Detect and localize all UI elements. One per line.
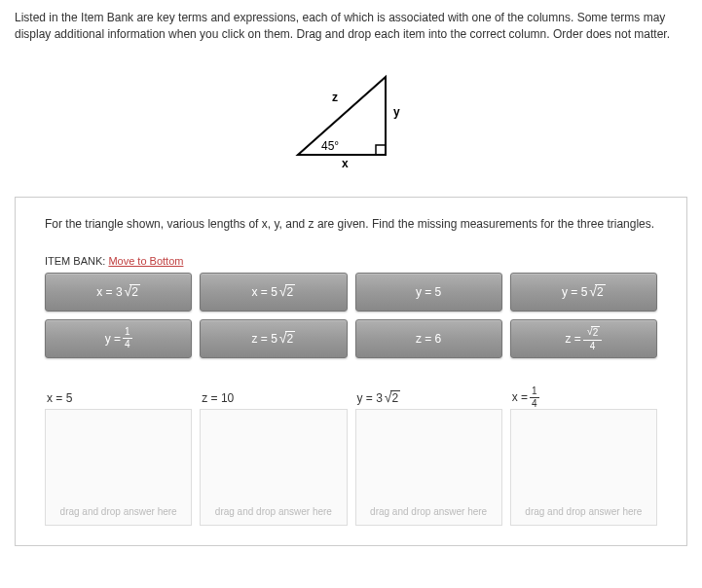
drop-columns-row: x = 5drag and drop answer herez = 10drag… bbox=[45, 387, 657, 526]
drop-target[interactable]: drag and drop answer here bbox=[510, 409, 657, 526]
drop-hint-text: drag and drop answer here bbox=[215, 506, 332, 517]
drop-column: x =14drag and drop answer here bbox=[510, 387, 657, 526]
bank-item[interactable]: z =√24 bbox=[510, 319, 657, 358]
side-x-label: x bbox=[342, 157, 349, 169]
angle-label: 45° bbox=[321, 139, 339, 153]
item-bank-grid: x = 3√2x = 5√2y = 5y = 5√2y =14z = 5√2z … bbox=[45, 273, 657, 358]
bank-item[interactable]: z = 6 bbox=[355, 319, 502, 358]
bank-item[interactable]: y =14 bbox=[45, 319, 192, 358]
svg-marker-0 bbox=[298, 77, 386, 155]
drop-target[interactable]: drag and drop answer here bbox=[45, 409, 192, 526]
bank-item[interactable]: y = 5√2 bbox=[510, 273, 657, 312]
drop-column: x = 5drag and drop answer here bbox=[45, 387, 192, 526]
drop-column-header: y = 3√2 bbox=[355, 387, 502, 409]
svg-rect-1 bbox=[376, 145, 386, 155]
drop-hint-text: drag and drop answer here bbox=[525, 506, 642, 517]
drop-hint-text: drag and drop answer here bbox=[370, 506, 487, 517]
bank-item[interactable]: y = 5 bbox=[355, 273, 502, 312]
move-to-bottom-link[interactable]: Move to Bottom bbox=[108, 255, 183, 267]
question-container: For the triangle shown, various lengths … bbox=[15, 197, 687, 546]
bank-item[interactable]: x = 5√2 bbox=[200, 273, 347, 312]
instructions-text: Listed in the Item Bank are key terms an… bbox=[15, 10, 687, 43]
drop-column-header: x = 5 bbox=[45, 387, 192, 409]
side-z-label: z bbox=[332, 91, 338, 104]
drop-target[interactable]: drag and drop answer here bbox=[200, 409, 347, 526]
item-bank-label: ITEM BANK: Move to Bottom bbox=[45, 255, 657, 267]
drop-column: z = 10drag and drop answer here bbox=[200, 387, 347, 526]
drop-column-header: x =14 bbox=[510, 387, 657, 409]
triangle-figure: 45° z y x bbox=[15, 62, 687, 172]
drop-target[interactable]: drag and drop answer here bbox=[355, 409, 502, 526]
bank-item[interactable]: z = 5√2 bbox=[200, 319, 347, 358]
side-y-label: y bbox=[393, 105, 400, 119]
bank-item[interactable]: x = 3√2 bbox=[45, 273, 192, 312]
question-text: For the triangle shown, various lengths … bbox=[45, 217, 657, 231]
drop-hint-text: drag and drop answer here bbox=[60, 506, 177, 517]
drop-column: y = 3√2drag and drop answer here bbox=[355, 387, 502, 526]
drop-column-header: z = 10 bbox=[200, 387, 347, 409]
